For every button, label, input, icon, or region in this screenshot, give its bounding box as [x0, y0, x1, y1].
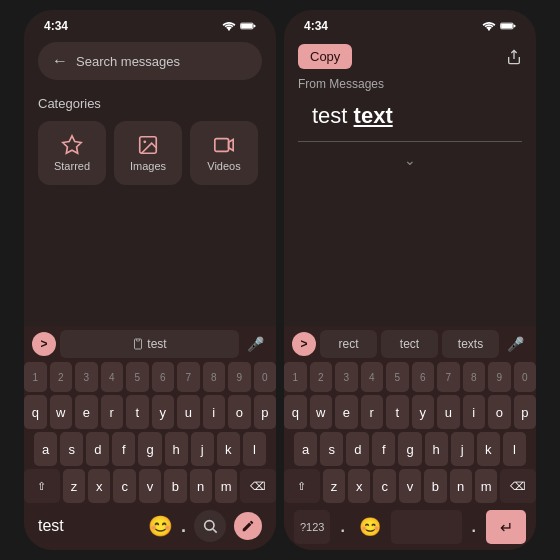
key-5[interactable]: 5: [126, 362, 149, 392]
key-i[interactable]: i: [203, 395, 226, 429]
key-m[interactable]: m: [215, 469, 237, 503]
key-rx[interactable]: x: [348, 469, 370, 503]
key-r0[interactable]: 0: [514, 362, 537, 392]
enter-button[interactable]: ↵: [486, 510, 526, 544]
key-r4[interactable]: 4: [361, 362, 384, 392]
suggest-expand-right[interactable]: >: [292, 332, 316, 356]
key-rt[interactable]: t: [386, 395, 409, 429]
mic-icon-right[interactable]: 🎤: [503, 332, 528, 356]
key-s[interactable]: s: [60, 432, 83, 466]
key-rm[interactable]: m: [475, 469, 497, 503]
key-1[interactable]: 1: [24, 362, 47, 392]
dot2-btn-right[interactable]: .: [468, 518, 480, 536]
key-6[interactable]: 6: [152, 362, 175, 392]
key-j[interactable]: j: [191, 432, 214, 466]
key-7[interactable]: 7: [177, 362, 200, 392]
key-r5[interactable]: 5: [386, 362, 409, 392]
key-rr[interactable]: r: [361, 395, 384, 429]
key-u[interactable]: u: [177, 395, 200, 429]
key-v[interactable]: v: [139, 469, 161, 503]
key-rk[interactable]: k: [477, 432, 500, 466]
key-backspace-left[interactable]: ⌫: [240, 469, 276, 503]
key-9[interactable]: 9: [228, 362, 251, 392]
key-k[interactable]: k: [217, 432, 240, 466]
key-g[interactable]: g: [138, 432, 161, 466]
key-ra[interactable]: a: [294, 432, 317, 466]
copy-button[interactable]: Copy: [298, 44, 352, 69]
share-icon[interactable]: [506, 49, 522, 65]
key-ro[interactable]: o: [488, 395, 511, 429]
key-rd[interactable]: d: [346, 432, 369, 466]
key-rf[interactable]: f: [372, 432, 395, 466]
key-z[interactable]: z: [63, 469, 85, 503]
key-r9[interactable]: 9: [488, 362, 511, 392]
key-e[interactable]: e: [75, 395, 98, 429]
suggest-rect[interactable]: rect: [320, 330, 377, 358]
key-rp[interactable]: p: [514, 395, 537, 429]
key-r[interactable]: r: [101, 395, 124, 429]
key-t[interactable]: t: [126, 395, 149, 429]
suggest-tect[interactable]: tect: [381, 330, 438, 358]
key-rn[interactable]: n: [450, 469, 472, 503]
key-r3[interactable]: 3: [335, 362, 358, 392]
key-x[interactable]: x: [88, 469, 110, 503]
key-h[interactable]: h: [165, 432, 188, 466]
dot-btn-left[interactable]: .: [181, 516, 186, 537]
key-rw[interactable]: w: [310, 395, 333, 429]
key-r7[interactable]: 7: [437, 362, 460, 392]
key-3[interactable]: 3: [75, 362, 98, 392]
key-rz[interactable]: z: [323, 469, 345, 503]
key-r1[interactable]: 1: [284, 362, 307, 392]
key-p[interactable]: p: [254, 395, 277, 429]
mic-icon-left[interactable]: 🎤: [243, 332, 268, 356]
key-rj[interactable]: j: [451, 432, 474, 466]
key-q[interactable]: q: [24, 395, 47, 429]
key-rh[interactable]: h: [425, 432, 448, 466]
key-rg[interactable]: g: [398, 432, 421, 466]
key-re[interactable]: e: [335, 395, 358, 429]
key-rs[interactable]: s: [320, 432, 343, 466]
key-123-btn[interactable]: ?123: [294, 510, 330, 544]
key-shift-right[interactable]: ⇧: [284, 469, 320, 503]
key-f[interactable]: f: [112, 432, 135, 466]
key-rq[interactable]: q: [284, 395, 307, 429]
key-r8[interactable]: 8: [463, 362, 486, 392]
key-ru[interactable]: u: [437, 395, 460, 429]
key-2[interactable]: 2: [50, 362, 73, 392]
spacebar-right[interactable]: [391, 510, 462, 544]
key-c[interactable]: c: [113, 469, 135, 503]
category-starred[interactable]: Starred: [38, 121, 106, 185]
emoji-btn-right[interactable]: 😊: [355, 516, 385, 538]
search-bar[interactable]: ← Search messages: [38, 42, 262, 80]
key-r2[interactable]: 2: [310, 362, 333, 392]
suggest-expand-left[interactable]: >: [32, 332, 56, 356]
key-r6[interactable]: 6: [412, 362, 435, 392]
key-rl[interactable]: l: [503, 432, 526, 466]
key-o[interactable]: o: [228, 395, 251, 429]
key-rb[interactable]: b: [424, 469, 446, 503]
key-backspace-right[interactable]: ⌫: [500, 469, 536, 503]
suggest-texts[interactable]: texts: [442, 330, 499, 358]
key-8[interactable]: 8: [203, 362, 226, 392]
key-rc[interactable]: c: [373, 469, 395, 503]
category-videos[interactable]: Videos: [190, 121, 258, 185]
key-rv[interactable]: v: [399, 469, 421, 503]
key-4[interactable]: 4: [101, 362, 124, 392]
key-w[interactable]: w: [50, 395, 73, 429]
key-d[interactable]: d: [86, 432, 109, 466]
category-images[interactable]: Images: [114, 121, 182, 185]
key-n[interactable]: n: [190, 469, 212, 503]
key-a[interactable]: a: [34, 432, 57, 466]
pencil-btn[interactable]: [234, 512, 262, 540]
key-b[interactable]: b: [164, 469, 186, 503]
key-y[interactable]: y: [152, 395, 175, 429]
search-btn-left[interactable]: [194, 510, 226, 542]
key-shift-left[interactable]: ⇧: [24, 469, 60, 503]
key-l[interactable]: l: [243, 432, 266, 466]
key-ri[interactable]: i: [463, 395, 486, 429]
key-ry[interactable]: y: [412, 395, 435, 429]
emoji-btn-left[interactable]: 😊: [148, 514, 173, 538]
key-0[interactable]: 0: [254, 362, 277, 392]
dot-btn-right[interactable]: .: [336, 518, 348, 536]
back-icon[interactable]: ←: [52, 52, 68, 70]
